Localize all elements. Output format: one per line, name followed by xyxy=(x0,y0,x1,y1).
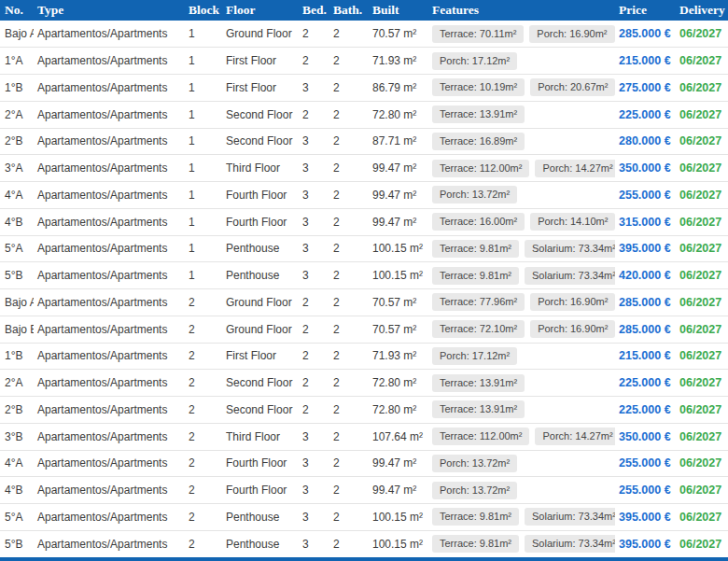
unit-bathrooms: 2 xyxy=(329,75,369,102)
unit-floor: Second Floor xyxy=(222,101,299,128)
unit-built-area: 99.47 m² xyxy=(369,182,428,209)
unit-delivery-date: 06/2027 xyxy=(676,504,728,531)
unit-price: 395.000 € xyxy=(615,235,676,262)
table-row[interactable]: 2°BApartamentos/Apartments2Second Floor2… xyxy=(0,397,728,424)
unit-number: Bajo A xyxy=(0,289,34,316)
feature-badge: Terrace: 16.89m² xyxy=(432,133,525,150)
unit-bedrooms: 3 xyxy=(299,450,329,477)
unit-block: 1 xyxy=(185,182,222,209)
unit-floor: Penthouse xyxy=(222,235,299,262)
unit-floor: Second Floor xyxy=(222,370,299,397)
unit-built-area: 99.47 m² xyxy=(369,208,428,235)
table-row[interactable]: 3°AApartamentos/Apartments1Third Floor32… xyxy=(0,155,728,182)
table-row[interactable]: 1°BApartamentos/Apartments2First Floor22… xyxy=(0,343,728,370)
feature-badge: Porch: 17.12m² xyxy=(432,52,517,70)
unit-features: Terrace: 13.91m² xyxy=(428,101,615,128)
table-row[interactable]: 4°BApartamentos/Apartments2Fourth Floor3… xyxy=(0,477,728,504)
feature-badge: Terrace: 72.10m² xyxy=(432,320,525,338)
unit-built-area: 99.47 m² xyxy=(369,155,428,182)
unit-type: Apartamentos/Apartments xyxy=(34,477,185,504)
unit-features: Terrace: 13.91m² xyxy=(428,370,615,397)
table-row[interactable]: 4°AApartamentos/Apartments1Fourth Floor3… xyxy=(0,182,728,209)
unit-built-area: 71.93 m² xyxy=(369,48,428,75)
unit-delivery-date: 06/2027 xyxy=(676,208,728,235)
unit-bathrooms: 2 xyxy=(329,397,369,424)
feature-badge: Terrace: 112.00m² xyxy=(432,428,529,445)
unit-bedrooms: 3 xyxy=(299,262,329,289)
table-row[interactable]: Bajo AApartamentos/Apartments2Ground Flo… xyxy=(0,289,728,316)
unit-delivery-date: 06/2027 xyxy=(676,316,728,343)
unit-bedrooms: 3 xyxy=(299,423,329,450)
unit-built-area: 72.80 m² xyxy=(369,397,428,424)
unit-number: 1°B xyxy=(0,75,34,102)
column-header-price: Price xyxy=(615,0,676,21)
unit-bedrooms: 3 xyxy=(299,504,329,531)
unit-bathrooms: 2 xyxy=(329,235,369,262)
table-row[interactable]: 5°AApartamentos/Apartments1Penthouse3210… xyxy=(0,235,728,262)
table-row[interactable]: Bajo AApartamentos/Apartments1Ground Flo… xyxy=(0,21,728,48)
feature-badge: Porch: 14.10m² xyxy=(530,213,615,231)
unit-block: 2 xyxy=(185,343,222,370)
feature-badge: Porch: 16.90m² xyxy=(529,25,614,43)
table-row[interactable]: 2°AApartamentos/Apartments1Second Floor2… xyxy=(0,101,728,128)
unit-bathrooms: 2 xyxy=(329,289,369,316)
unit-number: 4°B xyxy=(0,477,34,504)
unit-floor: First Floor xyxy=(222,48,299,75)
feature-badge: Porch: 13.72m² xyxy=(432,186,517,203)
unit-block: 1 xyxy=(185,75,222,102)
unit-number: Bajo B xyxy=(0,316,34,343)
unit-number: 3°B xyxy=(0,423,34,450)
unit-type: Apartamentos/Apartments xyxy=(34,343,185,370)
unit-delivery-date: 06/2027 xyxy=(676,101,728,128)
table-row[interactable]: 5°AApartamentos/Apartments2Penthouse3210… xyxy=(0,504,728,531)
unit-type: Apartamentos/Apartments xyxy=(34,75,185,102)
unit-delivery-date: 06/2027 xyxy=(676,155,728,182)
header-row: No. Type Block Floor Bed. Bath. Built Fe… xyxy=(0,0,728,21)
table-row[interactable]: 4°AApartamentos/Apartments2Fourth Floor3… xyxy=(0,450,728,477)
table-row[interactable]: Bajo BApartamentos/Apartments2Ground Flo… xyxy=(0,316,728,343)
unit-bathrooms: 2 xyxy=(329,48,369,75)
unit-block: 1 xyxy=(185,21,222,48)
unit-bathrooms: 2 xyxy=(329,343,369,370)
table-row[interactable]: 4°BApartamentos/Apartments1Fourth Floor3… xyxy=(0,208,728,235)
unit-block: 2 xyxy=(185,397,222,424)
table-row[interactable]: 1°BApartamentos/Apartments1First Floor32… xyxy=(0,75,728,102)
unit-price: 255.000 € xyxy=(615,477,676,504)
column-header-bath: Bath. xyxy=(329,0,369,21)
table-row[interactable]: 5°BApartamentos/Apartments2Penthouse3210… xyxy=(0,530,728,557)
feature-badge: Porch: 13.72m² xyxy=(432,455,517,472)
unit-delivery-date: 06/2027 xyxy=(676,477,728,504)
table-row[interactable]: 1°AApartamentos/Apartments1First Floor22… xyxy=(0,48,728,75)
unit-delivery-date: 06/2027 xyxy=(676,423,728,450)
feature-badge: Terrace: 13.91m² xyxy=(432,105,525,123)
unit-block: 1 xyxy=(185,208,222,235)
unit-delivery-date: 06/2027 xyxy=(676,75,728,102)
unit-bedrooms: 2 xyxy=(299,101,329,128)
unit-type: Apartamentos/Apartments xyxy=(34,423,185,450)
unit-block: 2 xyxy=(185,316,222,343)
unit-built-area: 107.64 m² xyxy=(369,423,428,450)
unit-bathrooms: 2 xyxy=(329,101,369,128)
unit-type: Apartamentos/Apartments xyxy=(34,101,185,128)
unit-bathrooms: 2 xyxy=(329,423,369,450)
unit-type: Apartamentos/Apartments xyxy=(34,397,185,424)
unit-bedrooms: 2 xyxy=(299,397,329,424)
unit-price: 285.000 € xyxy=(615,21,676,48)
unit-floor: Penthouse xyxy=(222,504,299,531)
unit-bathrooms: 2 xyxy=(329,477,369,504)
table-row[interactable]: 5°BApartamentos/Apartments1Penthouse3210… xyxy=(0,262,728,289)
unit-features: Terrace: 77.96m²Porch: 16.90m² xyxy=(428,289,615,316)
unit-number: 5°B xyxy=(0,530,34,557)
unit-number: 5°A xyxy=(0,504,34,531)
unit-price: 215.000 € xyxy=(615,343,676,370)
table-row[interactable]: 2°BApartamentos/Apartments1Second Floor3… xyxy=(0,128,728,155)
unit-bedrooms: 2 xyxy=(299,316,329,343)
feature-badge: Terrace: 9.81m² xyxy=(432,240,519,258)
table-row[interactable]: 2°AApartamentos/Apartments2Second Floor2… xyxy=(0,370,728,397)
column-header-block: Block xyxy=(185,0,222,21)
unit-built-area: 71.93 m² xyxy=(369,343,428,370)
unit-type: Apartamentos/Apartments xyxy=(34,155,185,182)
footer-bar xyxy=(0,557,728,561)
unit-bedrooms: 3 xyxy=(299,477,329,504)
table-row[interactable]: 3°BApartamentos/Apartments2Third Floor32… xyxy=(0,423,728,450)
